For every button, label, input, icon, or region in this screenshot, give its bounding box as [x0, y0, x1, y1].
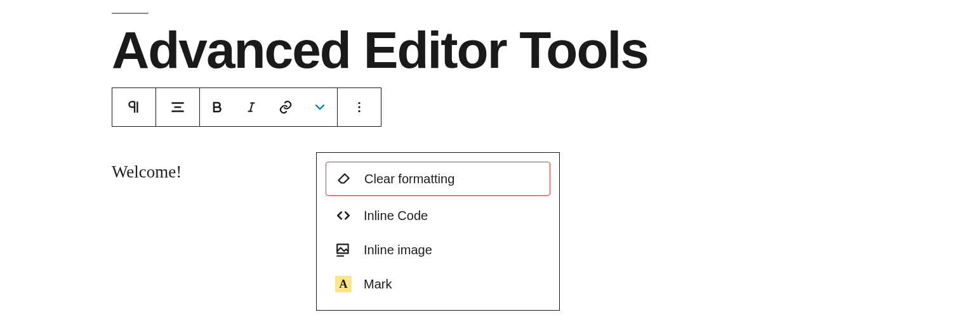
chevron-down-icon: [312, 100, 328, 115]
pilcrow-icon: [126, 99, 142, 115]
link-icon: [278, 100, 293, 115]
svg-point-7: [358, 106, 360, 108]
formats-dropdown: Clear formatting Inline Code Inline imag…: [316, 152, 560, 311]
eraser-icon: [335, 170, 353, 188]
svg-point-6: [358, 102, 360, 104]
menu-item-mark[interactable]: A Mark: [326, 267, 550, 301]
italic-button[interactable]: [234, 88, 268, 126]
more-formats-button[interactable]: [303, 88, 337, 126]
more-options-button[interactable]: [338, 88, 381, 126]
svg-line-5: [250, 103, 253, 112]
menu-item-inline-code[interactable]: Inline Code: [326, 198, 550, 233]
align-icon: [169, 99, 186, 115]
menu-item-clear-formatting[interactable]: Clear formatting: [326, 162, 550, 196]
bold-button[interactable]: [200, 88, 234, 126]
bold-icon: [209, 100, 225, 115]
divider: [112, 13, 149, 14]
kebab-icon: [352, 100, 366, 114]
paragraph-button[interactable]: [112, 88, 156, 126]
italic-icon: [244, 100, 258, 114]
align-button[interactable]: [156, 88, 199, 126]
mark-icon: A: [334, 275, 352, 293]
code-icon: [334, 207, 352, 224]
menu-item-inline-image[interactable]: Inline image: [326, 233, 550, 267]
menu-item-label: Inline Code: [364, 209, 428, 223]
link-button[interactable]: [268, 88, 303, 126]
svg-point-8: [358, 110, 360, 112]
image-icon: [334, 241, 352, 259]
block-toolbar: [112, 87, 381, 127]
menu-item-label: Inline image: [364, 243, 432, 257]
menu-item-label: Clear formatting: [364, 172, 454, 186]
page-title: Advanced Editor Tools: [112, 24, 980, 76]
menu-item-label: Mark: [364, 277, 392, 292]
